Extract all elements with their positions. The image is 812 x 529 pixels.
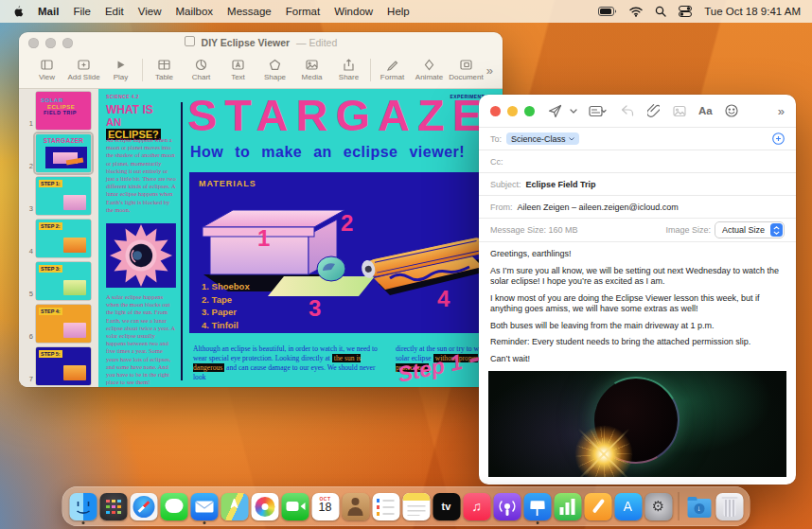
- slide-thumbnail-6[interactable]: 6 STEP 4:: [19, 305, 98, 343]
- slide-2-materials-miniature: [45, 147, 87, 168]
- menu-file[interactable]: File: [73, 6, 91, 17]
- dock-finder[interactable]: [69, 489, 97, 523]
- dock-safari[interactable]: [130, 489, 158, 523]
- dock-mail[interactable]: [190, 489, 219, 523]
- dock-contacts[interactable]: [342, 489, 370, 523]
- minimize-button[interactable]: [507, 106, 518, 116]
- menu-app-name[interactable]: Mail: [38, 6, 59, 17]
- mail-header-fields: To: Science-Class Cc: Subject: Eclipse F…: [479, 127, 796, 242]
- text-button[interactable]: Text: [220, 59, 256, 81]
- battery-icon[interactable]: [598, 7, 617, 16]
- dock-trash[interactable]: [715, 489, 744, 523]
- format-button[interactable]: Format: [374, 59, 411, 81]
- keynote-toolbar: View Add Slide Play Table Chart Text Sha…: [19, 52, 503, 89]
- reply-button[interactable]: [621, 105, 634, 116]
- maps-navigation-icon: [221, 493, 248, 520]
- minimize-button[interactable]: [45, 38, 56, 48]
- table-button[interactable]: Table: [146, 59, 183, 81]
- play-button[interactable]: Play: [102, 59, 139, 81]
- add-slide-button[interactable]: Add Slide: [65, 59, 102, 81]
- dock-calendar[interactable]: OCT18: [311, 489, 340, 523]
- search-icon[interactable]: [655, 6, 666, 17]
- animate-button[interactable]: Animate: [411, 59, 448, 81]
- keynote-titlebar[interactable]: DIY Eclipse Viewer — Edited: [19, 32, 503, 52]
- dock-notes[interactable]: [402, 489, 431, 523]
- message-body-editor[interactable]: Greetings, earthlings! As I’m sure you a…: [479, 242, 796, 392]
- send-options-chevron[interactable]: [570, 109, 577, 114]
- slide-2-preview: STARGAZER: [36, 134, 91, 172]
- slide-navigator[interactable]: 1 SOLAR ECLIPSE FIELD TRIP 2 STARGAZER: [19, 89, 98, 387]
- toolbar-overflow-button[interactable]: »: [486, 63, 493, 78]
- document-panel-icon: [460, 59, 472, 71]
- zoom-button[interactable]: [524, 106, 535, 116]
- slide-canvas[interactable]: SCIENCE 4.2 EXPERIMENT #11 WHAT IS AN EC…: [98, 89, 503, 387]
- menu-clock[interactable]: Tue Oct 18 9:41 AM: [704, 6, 801, 17]
- send-button[interactable]: [548, 104, 562, 118]
- menu-help[interactable]: Help: [387, 6, 410, 17]
- dock-maps[interactable]: [221, 489, 249, 523]
- view-icon: [41, 59, 53, 71]
- from-field[interactable]: From: Aileen Zeigen – aileen.zeigen@iclo…: [479, 195, 796, 218]
- zoom-button[interactable]: [62, 38, 73, 48]
- image-size-select[interactable]: Actual Size: [715, 221, 785, 238]
- menu-view[interactable]: View: [138, 6, 162, 17]
- emoji-button[interactable]: [725, 104, 738, 117]
- apple-menu[interactable]: [11, 5, 24, 18]
- share-button[interactable]: Share: [330, 59, 367, 81]
- menu-message[interactable]: Message: [227, 6, 272, 17]
- menu-format[interactable]: Format: [286, 6, 320, 17]
- view-button[interactable]: View: [28, 59, 65, 81]
- eclipse-photo-attachment[interactable]: [488, 371, 786, 477]
- shape-button[interactable]: Shape: [256, 59, 293, 81]
- insert-photo-button[interactable]: [673, 105, 686, 117]
- slide-thumbnail-3[interactable]: 3 STEP 1:: [19, 177, 98, 215]
- dock-tv[interactable]: tv: [432, 489, 461, 523]
- header-fields-button[interactable]: [589, 105, 608, 117]
- media-button[interactable]: Media: [293, 59, 330, 81]
- dock-launchpad[interactable]: [99, 489, 128, 523]
- dock-facetime[interactable]: [281, 489, 309, 523]
- close-button[interactable]: [28, 38, 39, 48]
- dock-podcasts[interactable]: [493, 489, 521, 523]
- subject-field[interactable]: Subject: Eclipse Field Trip: [479, 172, 796, 195]
- slide-subtitle: How to make an eclipse viewer!: [190, 144, 465, 161]
- dock-pages[interactable]: [584, 489, 612, 523]
- chart-icon: [195, 59, 207, 71]
- dock-downloads[interactable]: ↓: [685, 489, 714, 523]
- toolbar-overflow-button[interactable]: »: [778, 104, 785, 118]
- dock-photos[interactable]: [251, 489, 279, 523]
- control-center-icon[interactable]: [679, 6, 692, 17]
- slide-thumbnail-2-selected[interactable]: 2 STARGAZER: [19, 134, 98, 172]
- trash-icon: [715, 493, 743, 520]
- slide-thumbnail-5[interactable]: 5 STEP 3:: [19, 262, 98, 300]
- mail-toolbar[interactable]: Aa »: [479, 95, 796, 127]
- dock-system-settings[interactable]: ⚙: [644, 489, 673, 523]
- pages-pen-icon: [584, 493, 611, 520]
- slide-thumbnail-1[interactable]: 1 SOLAR ECLIPSE FIELD TRIP: [19, 92, 98, 130]
- eclipse-sun-icon: [106, 223, 176, 288]
- dock-music[interactable]: ♫: [463, 489, 491, 523]
- dock-reminders[interactable]: [372, 489, 400, 523]
- wifi-icon[interactable]: [629, 7, 643, 17]
- chevron-down-icon: [570, 109, 577, 114]
- document-icon: [185, 36, 195, 46]
- add-recipient-button[interactable]: [772, 132, 785, 145]
- to-field[interactable]: To: Science-Class: [479, 127, 796, 150]
- dock-numbers[interactable]: [554, 489, 582, 523]
- menu-mailbox[interactable]: Mailbox: [175, 6, 213, 17]
- cc-field[interactable]: Cc:: [479, 150, 796, 172]
- dock-app-store[interactable]: A: [614, 489, 643, 523]
- format-button[interactable]: Aa: [698, 105, 713, 116]
- document-button[interactable]: Document: [448, 59, 485, 81]
- chart-button[interactable]: Chart: [183, 59, 220, 81]
- slide-thumbnail-7[interactable]: 7 STEP 5:: [19, 347, 98, 385]
- slide-thumbnail-4[interactable]: 4 STEP 2:: [19, 220, 98, 257]
- dock-messages[interactable]: [160, 489, 188, 523]
- recipient-token[interactable]: Science-Class: [506, 132, 579, 145]
- menu-window[interactable]: Window: [334, 6, 373, 17]
- close-button[interactable]: [490, 106, 501, 116]
- menu-edit[interactable]: Edit: [105, 6, 124, 17]
- window-title: DIY Eclipse Viewer — Edited: [185, 36, 338, 48]
- dock-keynote[interactable]: [523, 489, 552, 523]
- attach-button[interactable]: [647, 104, 660, 117]
